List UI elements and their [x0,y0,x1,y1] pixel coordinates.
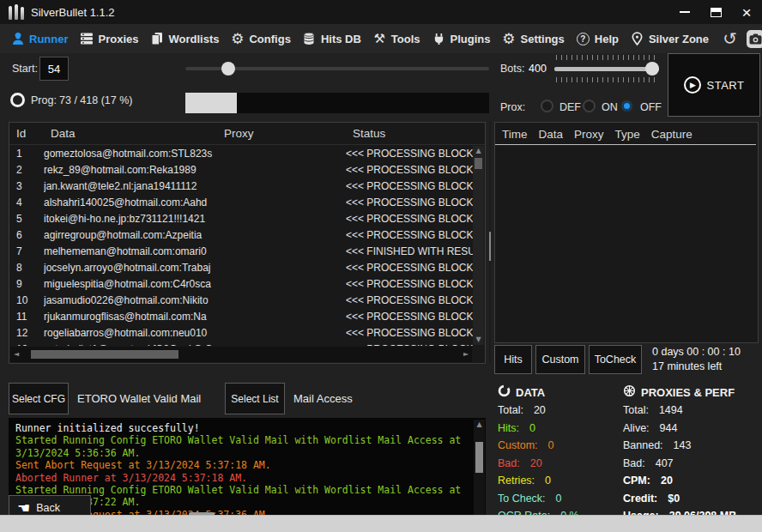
nav-wordlists[interactable]: Wordlists [149,32,219,46]
table-row[interactable]: 8jocselyn.arroyo@hotmail.com:Trabaj<<< P… [9,259,473,275]
table-row[interactable]: 7melhememan@hotmail.com:omari0<<< FINISH… [9,243,473,259]
bottom-strip [0,515,762,532]
stat-value: 0 [556,493,562,505]
table-cell: agirregroup@hotmail.com:Azpeitia [44,229,217,241]
stat-value: 407 [656,457,674,469]
col-id: Id [16,127,51,140]
nav-label-help: Help [595,33,619,45]
table-row[interactable]: 4alshahri140025@hotmail.com:Aahd<<< PROC… [9,194,473,210]
col-status: Status [353,127,485,140]
table-cell: <<< PROCESSING BLOCK [346,327,473,339]
stat-label: Bad: [498,457,520,469]
prox-def-radio[interactable] [541,100,553,112]
stat-row: Custom:0 [498,437,620,455]
vscroll-thumb[interactable] [475,158,482,169]
table-cell: itokei@hi-ho.ne.jp:bz731121!!!1421 [44,213,217,225]
data-ring-icon [498,384,511,400]
stat-value: 20 [530,457,542,469]
minimize-button[interactable] [669,0,700,24]
table-row[interactable]: 11rjukanmurogflisas@hotmail.com:Na<<< PR… [9,308,473,324]
runner-table-vscrollbar[interactable]: ▲ ▼ [473,146,484,345]
table-cell: rekz_89@hotmail.com:Reka1989 [44,164,217,176]
table-cell: <<< PROCESSING BLOCK [346,164,473,176]
nav-proxies[interactable]: Proxies [80,32,139,46]
slider-thumb[interactable] [221,62,235,76]
table-cell: miguelespitia@hotmail.com:C4r0sca [44,278,217,290]
timer-elapsed: 0 days 00 : 00 : 10 [652,345,741,360]
runner-controls: Start: Bots: 400 ▶ START Prog: 73 / 418 … [0,53,762,122]
maximize-button[interactable] [700,0,731,24]
table-cell: alshahri140025@hotmail.com:Aahd [44,196,217,209]
table-row[interactable]: 9miguelespitia@hotmail.com:C4r0sca<<< PR… [9,275,473,292]
tocheck-tab-button[interactable]: ToCheck [589,345,642,374]
prox-on-radio[interactable] [583,100,596,112]
table-row[interactable]: 3jan.kwant@tele2.nl:jana19411112<<< PROC… [9,178,473,194]
nav-runner[interactable]: Runner [10,32,69,46]
stat-label: Credit: [623,493,657,505]
table-cell: <<< PROCESSING BLOCK [346,262,473,274]
close-button[interactable]: × [731,0,762,24]
table-cell: rjukanmurogflisas@hotmail.com:Na [44,311,217,323]
table-cell: <<< PROCESSING BLOCK [346,294,473,306]
start-position-slider[interactable] [185,62,489,76]
nav-tools[interactable]: ⚒ Tools [372,32,420,46]
silverzone-pin-icon [630,32,644,46]
stat-row: Bad:20 [498,455,620,473]
table-row[interactable]: 12rogeliabarros@hotmail.com:neu010<<< PR… [9,324,473,341]
table-row[interactable]: 6agirregroup@hotmail.com:Azpeitia<<< PRO… [9,227,473,243]
table-cell: <<< PROCESSING BLOCK [346,213,473,225]
select-cfg-button[interactable]: Select CFG [9,383,69,414]
log-line: Started Running Config ETORO Wallet Vali… [15,434,479,446]
title-bar: SilverBullet 1.1.2 × [0,0,762,24]
hand-left-icon: ☚ [17,501,30,516]
stat-label: To Check: [498,493,546,505]
table-row[interactable]: 5itokei@hi-ho.ne.jp:bz731121!!!1421<<< P… [9,210,473,227]
start-input[interactable] [39,57,69,81]
start-button[interactable]: ▶ START [668,53,760,117]
hits-tab-button[interactable]: Hits [494,345,532,374]
table-cell: rogeliabarros@hotmail.com:neu010 [44,327,217,339]
table-row[interactable]: 13peterbullet1@gazeta.pl:fO9GpphSrC<<< P… [9,341,473,346]
nav-hitsdb[interactable]: Hits DB [302,32,361,46]
select-list-button[interactable]: Select List [225,383,285,414]
scroll-down-icon[interactable]: ▼ [473,335,484,345]
stat-value: $0 [668,493,680,505]
vscroll-thumb[interactable] [475,442,483,473]
table-cell: 4 [16,196,44,209]
stat-label: Bad: [623,457,645,469]
slider-thumb[interactable] [645,62,659,76]
scroll-left-icon[interactable]: ◄ [10,347,22,362]
scroll-up-icon[interactable]: ▲ [473,146,484,156]
history-button[interactable]: ↺ [720,29,740,49]
nav-plugins[interactable]: Plugins [432,32,491,46]
splitter-grip[interactable] [489,232,491,261]
table-cell: peterbullet1@gazeta.pl:fO9GpphSrC [44,343,217,347]
scroll-right-icon[interactable]: ► [460,347,472,362]
custom-tab-button[interactable]: Custom [535,345,585,374]
selected-config-name: ETORO Wallet Valid Mail [77,392,201,405]
bots-slider[interactable] [554,62,659,76]
nav-label-plugins: Plugins [451,33,491,45]
prox-on-label: ON [602,101,618,113]
stat-label: Total: [498,404,523,416]
prox-off-radio[interactable] [620,100,633,112]
stat-value: 0 [545,475,551,487]
nav-configs[interactable]: ⚙ Configs [230,32,290,46]
nav-label-tools: Tools [391,33,420,45]
screenshot-button[interactable] [746,29,762,49]
runner-table-hscrollbar[interactable]: ◄ ► [10,347,472,362]
table-row[interactable]: 10jasamudio0226@hotmail.com:Nikito<<< PR… [9,292,473,308]
table-row[interactable]: 2rekz_89@hotmail.com:Reka1989<<< PROCESS… [9,161,473,178]
nav-help[interactable]: ? Help [576,32,619,46]
runner-icon [10,32,25,46]
scroll-up-icon[interactable]: ▲ [474,420,485,430]
stat-row: Bad:407 [623,455,759,473]
hscroll-thumb[interactable] [31,350,178,359]
slider-ticks-top [556,55,657,60]
col-data: Data [51,127,224,140]
table-row[interactable]: 1gomeztolosa@hotmail.com:STL823s<<< PROC… [9,145,473,161]
panel-splitter[interactable] [489,122,491,364]
nav-silverzone[interactable]: Silver Zone [630,32,709,46]
table-cell: <<< PROCESSING BLOCK [346,278,473,290]
nav-settings[interactable]: ⚙ Settings [501,32,564,46]
